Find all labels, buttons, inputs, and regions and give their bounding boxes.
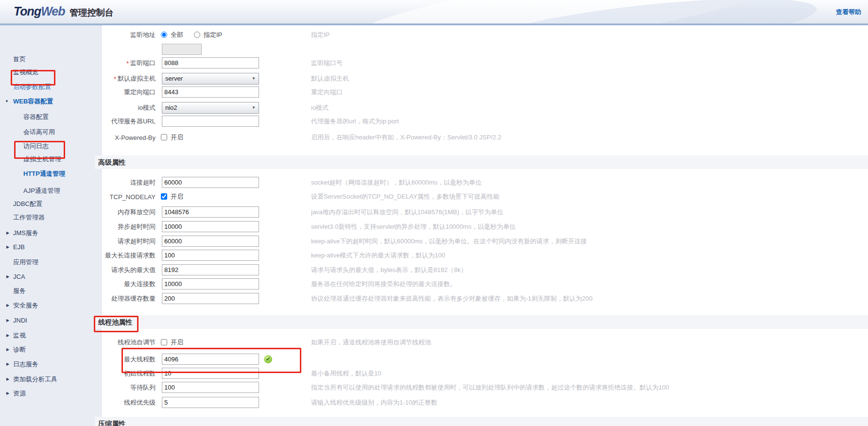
brand-logo-tong: Tong	[14, 4, 41, 18]
wait-queue-hint: 指定当所有可以使用的处理请求的线程数都被使用时，可以放到处理队列中的请求数，超过…	[311, 382, 669, 393]
header-bar: TongWeb管理控制台 查看帮助	[0, 0, 868, 23]
view-help-link[interactable]: 查看帮助	[836, 8, 861, 17]
chevron-down-icon: ▼	[252, 102, 256, 113]
default-vhost-select[interactable]: server ▼	[162, 73, 259, 85]
conn-timeout-hint: socket超时（网络连接超时），默认60000ms，以毫秒为单位	[311, 177, 482, 188]
sidebar-item-vhost-management[interactable]: 虚拟主机管理	[0, 154, 101, 164]
redirect-port-hint: 重定向端口	[311, 86, 343, 98]
x-powered-by-toggle-label: 开启	[171, 133, 183, 142]
wait-queue-label: 等待队列	[0, 382, 156, 393]
init-threads-input[interactable]	[162, 368, 259, 379]
listen-address-all-label: 全部	[171, 31, 183, 39]
io-mode-hint: io模式	[311, 102, 329, 113]
listen-port-input[interactable]	[162, 57, 259, 68]
io-mode-value: nio2	[165, 102, 177, 113]
tcp-nodelay-label: TCP_NODELAY	[0, 191, 156, 203]
advanced-section-header: 高级属性	[95, 155, 868, 169]
tcp-nodelay-toggle: 开启	[161, 191, 183, 202]
listen-address-row: 监听地址 全部 指定IP 指定IP	[0, 29, 868, 41]
redirect-port-label: 重定向端口	[0, 86, 156, 98]
pool-auto-adjust-checkbox[interactable]	[161, 339, 167, 345]
max-keepalive-label: 最大长连接请求数	[0, 250, 156, 261]
pool-auto-adjust-hint: 如果开启，通道线程池将使用自调节线程池	[311, 337, 431, 348]
async-timeout-input[interactable]	[162, 221, 259, 232]
proxy-url-label: 代理服务器URL	[0, 116, 156, 127]
header-divider	[0, 23, 868, 25]
threadpool-section-header: 线程池属性	[95, 315, 868, 329]
required-asterisk: *	[126, 60, 129, 67]
default-vhost-hint: 默认虚拟主机	[311, 73, 349, 84]
io-mode-select[interactable]: nio2 ▼	[162, 102, 259, 114]
redirect-port-row: 重定向端口 重定向端口	[0, 86, 868, 98]
brand-logo-web: Web	[41, 4, 65, 18]
init-threads-row: 初始线程数 最小备用线程，默认是10	[0, 368, 868, 379]
pool-auto-adjust-toggle-label: 开启	[171, 338, 183, 347]
init-threads-hint: 最小备用线程，默认是10	[311, 368, 381, 379]
proxy-url-row: 代理服务器URL 代理服务器的url，格式为ip:port	[0, 116, 868, 127]
io-mode-label: io模式	[0, 102, 156, 114]
max-connections-hint: 服务器在任何给定时间将接受和处理的最大连接数。	[311, 278, 456, 290]
max-threads-input[interactable]	[162, 354, 259, 365]
listen-address-radios: 全部 指定IP	[161, 29, 222, 40]
listen-address-hint: 指定IP	[311, 29, 330, 40]
io-mode-row: io模式 nio2 ▼ io模式	[0, 102, 868, 114]
async-timeout-label: 异步超时时间	[0, 221, 156, 233]
listen-port-row: *监听端口 监听端口号	[0, 57, 868, 69]
max-keepalive-input[interactable]	[162, 250, 259, 261]
tcp-nodelay-checkbox[interactable]	[161, 193, 167, 200]
request-timeout-hint: keep-alive下的超时时间，默认60000ms，以毫秒为单位。在这个时间内…	[311, 236, 587, 247]
proxy-url-input[interactable]	[162, 116, 259, 127]
thread-priority-label: 线程优先级	[0, 397, 156, 409]
x-powered-by-checkbox[interactable]	[161, 134, 167, 140]
thread-priority-input[interactable]	[162, 397, 259, 408]
specified-ip-row	[0, 44, 868, 55]
processor-cache-label: 处理器缓存数量	[0, 293, 156, 305]
tongweb-console-page: TongWeb管理控制台 查看帮助 首页 监视概览 启动参数配置 ▼WEB容器配…	[0, 0, 868, 426]
async-timeout-hint: servlet3.0新特性，支持servlet的异步处理，默认10000ms，以…	[311, 221, 516, 232]
x-powered-by-toggle: 开启	[161, 132, 183, 143]
wait-queue-input[interactable]	[162, 382, 259, 393]
max-connections-input[interactable]	[162, 278, 259, 290]
page-title: 管理控制台	[69, 8, 113, 17]
max-connections-label: 最大连接数	[0, 278, 156, 290]
max-header-label: 请求头的最大值	[0, 264, 156, 276]
redirect-port-input[interactable]	[162, 86, 259, 98]
default-vhost-value: server	[165, 73, 183, 84]
listen-address-ip-radio[interactable]	[194, 32, 200, 38]
max-keepalive-hint: keep-alive模式下允许的最大请求数，默认为100	[311, 250, 445, 261]
max-header-input[interactable]	[162, 264, 259, 275]
sidebar-item-jndi[interactable]: ▶JNDI	[0, 316, 101, 325]
async-timeout-row: 异步超时时间 servlet3.0新特性，支持servlet的异步处理，默认10…	[0, 221, 868, 233]
x-powered-by-row: X-Powered-By 开启 启用后，在响应header中有如，X-Power…	[0, 132, 868, 143]
max-threads-label: 最大线程数	[0, 354, 156, 365]
listen-address-all-radio[interactable]	[161, 32, 167, 38]
processor-cache-input[interactable]	[162, 293, 259, 304]
init-threads-label: 初始线程数	[0, 368, 156, 379]
chevron-right-icon: ▶	[6, 316, 9, 325]
request-timeout-input[interactable]	[162, 236, 259, 247]
x-powered-by-hint: 启用后，在响应header中有如，X-Powered-By：Servlet/3.…	[311, 132, 502, 143]
conn-timeout-input[interactable]	[162, 177, 259, 188]
specified-ip-input[interactable]	[162, 44, 202, 55]
mem-release-label: 内存释放空间	[0, 206, 156, 218]
brand-logo: TongWeb管理控制台	[14, 4, 113, 18]
mem-release-row: 内存释放空间 java堆内存溢出时可以释放空间，默认1048576(1MB)，以…	[0, 206, 868, 218]
valid-check-icon: ✔	[264, 355, 272, 363]
max-header-row: 请求头的最大值 请求与请求头的最大值，bytes表示，默认是8192（8k）	[0, 264, 868, 276]
bottom-section-title: 压缩属性	[98, 417, 125, 426]
tcp-nodelay-hint: 设置ServerSocket的TCP_NO_DELAY属性，多数场景下可提高性能	[311, 191, 500, 202]
pool-auto-adjust-label: 线程池自调节	[0, 337, 156, 348]
wait-queue-row: 等待队列 指定当所有可以使用的处理请求的线程数都被使用时，可以放到处理队列中的请…	[0, 382, 868, 393]
max-keepalive-row: 最大长连接请求数 keep-alive模式下允许的最大请求数，默认为100	[0, 250, 868, 261]
thread-priority-row: 线程优先级 请输入线程优先级级别，内容为1-10的正整数	[0, 397, 868, 409]
required-asterisk: *	[114, 75, 116, 83]
mem-release-input[interactable]	[162, 206, 259, 218]
request-timeout-label: 请求超时时间	[0, 236, 156, 247]
threadpool-section-title: 线程池属性	[98, 315, 132, 329]
advanced-section-title: 高级属性	[98, 155, 125, 169]
conn-timeout-label: 连接超时	[0, 177, 156, 188]
pool-auto-adjust-toggle: 开启	[161, 337, 183, 348]
pool-auto-adjust-row: 线程池自调节 开启 如果开启，通道线程池将使用自调节线程池	[0, 337, 868, 348]
max-threads-row: 最大线程数 ✔	[0, 354, 868, 365]
chevron-down-icon: ▼	[252, 73, 256, 84]
